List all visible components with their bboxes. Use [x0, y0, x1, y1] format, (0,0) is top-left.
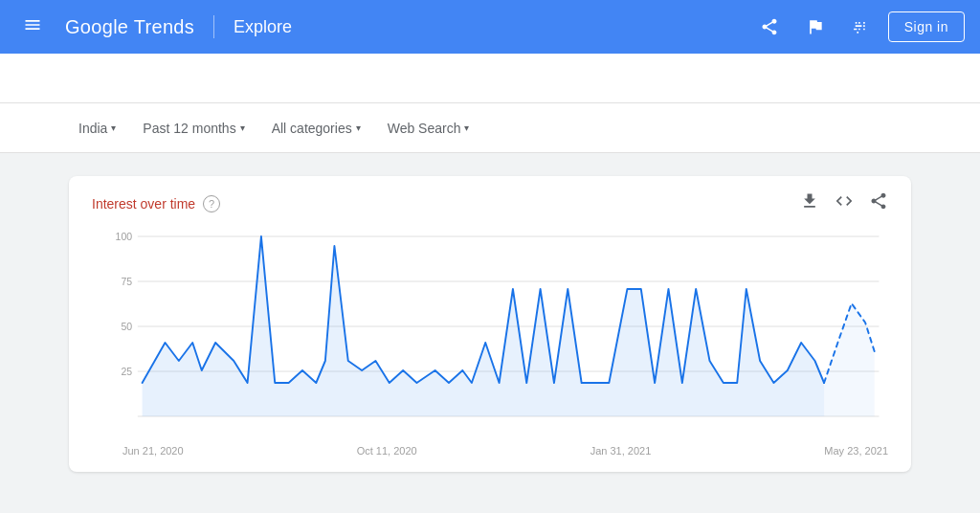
sign-in-button[interactable]: Sign in [888, 11, 965, 42]
header-divider [213, 15, 214, 38]
chart-actions [800, 191, 888, 215]
chart-header: Interest over time ? [69, 191, 911, 227]
x-label-3: Jan 31, 2021 [590, 445, 652, 457]
region-label: India [78, 121, 107, 136]
search-type-chevron-icon: ▾ [464, 123, 469, 133]
filters-bar: India ▾ Past 12 months ▾ All categories … [0, 103, 980, 153]
time-chevron-icon: ▾ [240, 123, 245, 133]
help-icon[interactable]: ? [203, 195, 220, 212]
time-label: Past 12 months [143, 121, 235, 136]
region-chevron-icon: ▾ [111, 123, 116, 133]
search-type-label: Web Search [388, 121, 461, 136]
category-label: All categories [272, 121, 352, 136]
category-filter[interactable]: All categories ▾ [262, 115, 370, 142]
app-logo: Google Trends [65, 16, 194, 38]
category-chevron-icon: ▾ [356, 123, 361, 133]
trend-chart: 100 75 50 25 [92, 227, 888, 437]
app-header: Google Trends Explore Sign in [0, 0, 980, 54]
share-chart-icon[interactable] [869, 191, 888, 215]
chart-title: Interest over time [92, 196, 195, 212]
x-label-2: Oct 11, 2020 [357, 445, 417, 457]
main-content: Interest over time ? [0, 153, 980, 487]
chart-x-labels: Jun 21, 2020 Oct 11, 2020 Jan 31, 2021 M… [69, 441, 911, 472]
chart-container: 100 75 50 25 [69, 227, 911, 441]
svg-text:50: 50 [121, 321, 132, 332]
svg-text:25: 25 [121, 366, 132, 377]
region-filter[interactable]: India ▾ [69, 115, 125, 142]
x-label-1: Jun 21, 2020 [122, 445, 184, 457]
interest-over-time-card: Interest over time ? [69, 176, 911, 472]
flag-icon[interactable] [796, 8, 835, 46]
header-explore-label: Explore [234, 17, 292, 37]
apps-icon[interactable] [842, 8, 880, 46]
menu-icon[interactable] [15, 8, 50, 47]
embed-code-icon[interactable] [835, 191, 854, 215]
chart-title-area: Interest over time ? [92, 195, 220, 212]
search-type-filter[interactable]: Web Search ▾ [378, 115, 479, 142]
share-icon[interactable] [750, 8, 789, 46]
header-actions: Sign in [750, 8, 965, 46]
svg-text:75: 75 [121, 276, 132, 287]
time-filter[interactable]: Past 12 months ▾ [133, 115, 254, 142]
x-label-4: May 23, 2021 [824, 445, 888, 457]
search-area [0, 54, 980, 103]
download-icon[interactable] [800, 191, 819, 215]
svg-text:100: 100 [116, 231, 133, 242]
